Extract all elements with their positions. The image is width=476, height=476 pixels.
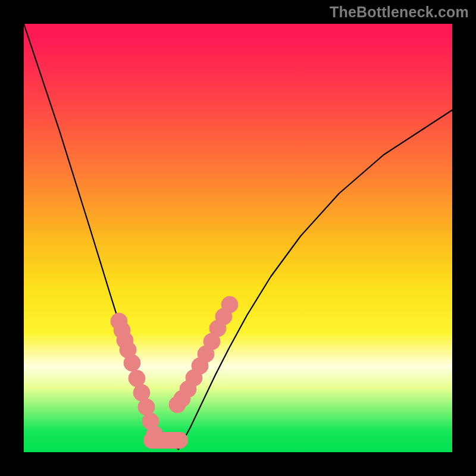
marker-group-left — [111, 313, 163, 443]
watermark-text: TheBottleneck.com — [330, 4, 469, 21]
marker-point — [221, 296, 238, 313]
plot-area — [24, 24, 452, 452]
chart-stage: TheBottleneck.com — [0, 0, 476, 476]
curve-svg — [24, 24, 452, 452]
left-curve — [24, 24, 178, 449]
marker-point — [124, 355, 140, 371]
right-curve — [178, 110, 452, 449]
marker-group-right — [169, 296, 238, 413]
